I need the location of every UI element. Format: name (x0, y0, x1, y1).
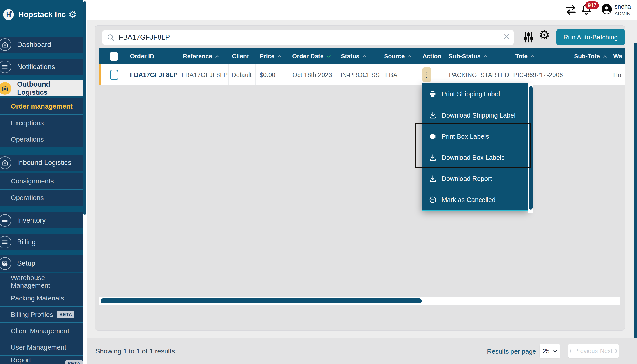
sidebar-item-order-management[interactable]: Order management (0, 98, 83, 114)
sidebar-item-label: Inbound Logistics (17, 159, 71, 167)
table-horizontal-scrollbar-track (99, 297, 620, 305)
order-management-page: H Hopstack Inc ⚙ Dashboard Notifications… (0, 0, 637, 364)
column-header-client[interactable]: Client (232, 48, 249, 64)
sidebar-item-inbound-logistics[interactable]: Inbound Logistics (0, 154, 83, 171)
user-role: ADMIN (614, 11, 630, 16)
menu-item-download-box-labels[interactable]: Download Box Labels (422, 147, 528, 168)
column-header-order-id[interactable]: Order ID (130, 48, 154, 64)
pagination-footer: Showing 1 to 1 of 1 results Results per … (87, 338, 637, 364)
sidebar-subitem-label: Billing Profiles (11, 311, 53, 318)
column-header-tote[interactable]: Tote (515, 48, 535, 64)
sidebar-item-packing-materials[interactable]: Packing Materials (0, 290, 83, 306)
package-icon (0, 38, 11, 51)
sort-asc-icon (277, 55, 282, 58)
sidebar-item-setup[interactable]: Setup (0, 256, 83, 272)
sidebar-subitem-label: Warehouse Management (11, 274, 83, 289)
search-icon (107, 34, 115, 42)
column-header-warehouse[interactable]: Wa (613, 48, 622, 64)
transfer-arrows-icon[interactable] (565, 4, 577, 16)
sub-status-cell: PACKING_STARTED (449, 64, 509, 85)
sidebar-subitem-label: Packing Materials (11, 294, 64, 302)
sidebar-item-label: Setup (17, 260, 35, 268)
sidebar-scrollbar-track (83, 0, 87, 364)
sidebar-subitem-label: Client Management (11, 327, 69, 335)
sidebar-subitem-label: Order management (11, 102, 73, 110)
page-vertical-scrollbar-thumb[interactable] (634, 43, 637, 361)
sidebar-gear-icon[interactable]: ⚙ (68, 10, 77, 19)
sidebar-item-billing-profiles[interactable]: Billing ProfilesBETA (0, 306, 83, 322)
sidebar-item-label: Billing (17, 238, 36, 246)
row-accent-bar (99, 64, 101, 85)
column-header-sub-tote[interactable]: Sub-Tote (574, 48, 607, 64)
order-table-row: FBA17GFJF8LP FBA17GFJF8LP Default $0.00 … (99, 64, 625, 85)
sidebar-item-label: Outbound Logistics (17, 80, 83, 96)
menu-item-download-report[interactable]: Download Report (422, 168, 528, 189)
client-cell: Default (232, 64, 251, 85)
list-icon (0, 60, 11, 73)
row-checkbox[interactable] (110, 70, 118, 80)
column-header-action[interactable]: Action (423, 48, 441, 64)
table-horizontal-scrollbar-thumb[interactable] (101, 298, 422, 304)
sidebar-item-warehouse-management[interactable]: Warehouse Management (0, 273, 83, 290)
sidebar-logo-row: H Hopstack Inc ⚙ (0, 0, 83, 29)
download-icon (429, 154, 437, 161)
select-all-checkbox[interactable] (110, 52, 118, 60)
run-auto-batching-button[interactable]: Run Auto-Batching (556, 29, 625, 45)
sidebar-subitem-label: Report Management (11, 356, 61, 364)
conveyor-icon (0, 257, 11, 270)
sidebar-item-exceptions[interactable]: Exceptions (0, 114, 83, 131)
sidebar-item-client-management[interactable]: Client Management (0, 322, 83, 339)
printer-icon (429, 90, 437, 98)
user-name: sneha (614, 3, 631, 10)
menu-item-download-shipping-label[interactable]: Download Shipping Label (422, 104, 528, 126)
beta-badge: BETA (65, 360, 83, 364)
order-id-link[interactable]: FBA17GFJF8LP (130, 64, 178, 85)
status-cell: IN-PROCESS (341, 64, 380, 85)
reference-cell: FBA17GFJF8LP (181, 64, 227, 85)
previous-page-button[interactable]: Previous (568, 344, 599, 358)
menu-item-print-shipping-label[interactable]: Print Shipping Label (422, 84, 528, 104)
filter-sliders-icon[interactable] (523, 31, 534, 44)
sidebar-item-inventory[interactable]: Inventory (0, 212, 83, 228)
page-size-value: 25 (542, 348, 549, 355)
menu-scrollbar-thumb[interactable] (529, 86, 533, 210)
sidebar-subitem-label: Operations (11, 194, 44, 202)
inbound-subgroup: Consignments Operations (0, 173, 83, 206)
column-header-order-date[interactable]: Order Date (292, 48, 331, 64)
list-icon (0, 236, 11, 248)
column-header-price[interactable]: Price (260, 48, 282, 64)
sidebar-item-billing[interactable]: Billing (0, 234, 83, 250)
table-settings-gear-icon[interactable]: ⚙ (539, 29, 550, 41)
sidebar-item-operations-inbound[interactable]: Operations (0, 189, 83, 206)
list-icon (0, 214, 11, 227)
search-value: FBA17GFJF8LP (119, 34, 170, 42)
column-header-status[interactable]: Status (341, 48, 367, 64)
column-header-sub-status[interactable]: Sub-Status (449, 48, 488, 64)
warehouse-cell: Ho (613, 64, 621, 85)
order-date-cell: Oct 18th 2023 (292, 64, 332, 85)
page-size-select[interactable]: 25 (539, 344, 560, 358)
sidebar-item-outbound-logistics[interactable]: Outbound Logistics (0, 80, 83, 96)
pagination-controls: Previous Next (568, 344, 619, 358)
sort-asc-icon (602, 55, 607, 58)
chevron-right-icon (615, 348, 618, 354)
column-header-reference[interactable]: Reference (183, 48, 220, 64)
menu-item-mark-as-cancelled[interactable]: Mark as Cancelled (422, 189, 528, 210)
menu-scrollbar-track (528, 84, 533, 212)
sidebar-item-user-management[interactable]: User Management (0, 339, 83, 355)
sidebar-item-operations-outbound[interactable]: Operations (0, 131, 83, 147)
menu-item-print-box-labels[interactable]: Print Box Labels (422, 126, 528, 147)
user-avatar[interactable] (601, 4, 612, 15)
sidebar-scrollbar-thumb[interactable] (83, 1, 87, 214)
sidebar-item-consignments[interactable]: Consignments (0, 173, 83, 189)
sidebar-item-notifications[interactable]: Notifications (0, 59, 83, 75)
row-action-kebab-button[interactable] (423, 67, 431, 82)
clear-search-icon[interactable]: ✕ (503, 33, 510, 41)
sort-asc-icon (483, 55, 488, 58)
column-header-source[interactable]: Source (384, 48, 412, 64)
order-search-input[interactable]: FBA17GFJF8LP (102, 30, 514, 45)
sidebar-subitem-label: User Management (11, 344, 66, 351)
next-page-button[interactable]: Next (599, 344, 619, 358)
sidebar-item-dashboard[interactable]: Dashboard (0, 36, 83, 53)
sidebar-item-report-management[interactable]: Report ManagementBETA (0, 355, 83, 364)
